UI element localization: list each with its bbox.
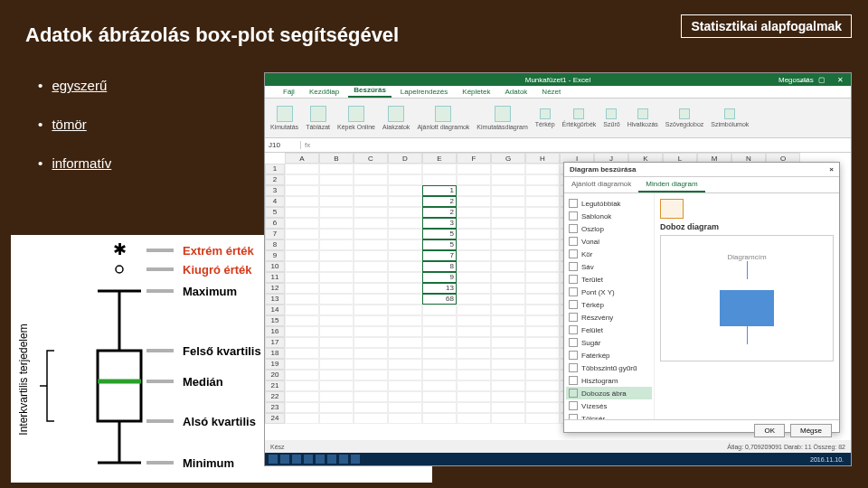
cell[interactable] <box>388 261 422 272</box>
ribbon-pivot[interactable]: Kimutatás <box>270 106 298 130</box>
col-header[interactable]: E <box>422 153 457 164</box>
row-header[interactable]: 24 <box>265 413 285 424</box>
row-header[interactable]: 8 <box>265 239 285 250</box>
cell[interactable] <box>491 380 525 391</box>
ribbon-table[interactable]: Táblázat <box>306 106 330 130</box>
chart-type-item[interactable]: Hisztogram <box>566 374 652 387</box>
cell[interactable] <box>491 305 525 315</box>
tab-data[interactable]: Adatok <box>499 86 533 98</box>
taskbar-app-icon[interactable] <box>327 455 336 464</box>
cell[interactable] <box>388 315 422 326</box>
cell[interactable] <box>319 196 354 207</box>
cell[interactable] <box>388 294 422 305</box>
cell[interactable] <box>491 218 525 229</box>
ok-button[interactable]: OK <box>754 424 785 437</box>
chart-type-item[interactable]: Legutóbbiak <box>566 197 652 210</box>
chart-type-item[interactable]: Pont (X Y) <box>566 286 652 298</box>
cell[interactable] <box>457 239 491 250</box>
cell[interactable] <box>491 185 525 196</box>
taskbar-app-icon[interactable] <box>280 455 289 464</box>
cell[interactable] <box>388 380 422 391</box>
name-box[interactable]: J10 <box>265 141 301 149</box>
cell[interactable] <box>319 326 354 337</box>
cell[interactable] <box>388 370 422 380</box>
taskbar-app-icon[interactable] <box>316 455 325 464</box>
cell[interactable] <box>525 337 560 348</box>
ribbon-text[interactable]: Szövegdoboz <box>665 108 703 127</box>
cell[interactable] <box>354 337 388 348</box>
minimize-icon[interactable]: — <box>797 76 811 84</box>
cell[interactable] <box>457 326 491 337</box>
row-header[interactable]: 10 <box>265 261 285 272</box>
row-header[interactable]: 21 <box>265 380 285 391</box>
cell[interactable] <box>319 391 354 402</box>
cell[interactable] <box>354 402 388 413</box>
cell[interactable] <box>525 391 560 402</box>
cell[interactable] <box>525 272 560 283</box>
cell[interactable] <box>319 348 354 359</box>
cell[interactable] <box>491 283 525 294</box>
cell[interactable] <box>457 250 491 261</box>
cell[interactable] <box>388 305 422 315</box>
cell[interactable] <box>354 174 388 185</box>
cell[interactable] <box>525 250 560 261</box>
cell[interactable] <box>491 272 525 283</box>
cell[interactable] <box>422 348 457 359</box>
cell[interactable] <box>319 218 354 229</box>
row-header[interactable]: 6 <box>265 218 285 229</box>
cell[interactable] <box>285 294 319 305</box>
cell[interactable] <box>319 239 354 250</box>
row-header[interactable]: 19 <box>265 359 285 370</box>
cell[interactable] <box>422 326 457 337</box>
tab-insert[interactable]: Beszúrás <box>348 84 392 98</box>
cell[interactable] <box>457 380 491 391</box>
cell[interactable] <box>319 402 354 413</box>
cell[interactable] <box>525 218 560 229</box>
cell[interactable] <box>457 391 491 402</box>
cell[interactable] <box>388 218 422 229</box>
cell[interactable] <box>525 207 560 218</box>
cell[interactable] <box>457 261 491 272</box>
maximize-icon[interactable]: ▢ <box>815 76 829 84</box>
cell[interactable] <box>491 359 525 370</box>
tab-formulas[interactable]: Képletek <box>457 86 495 98</box>
col-header[interactable]: B <box>319 153 354 164</box>
cell[interactable] <box>457 185 491 196</box>
cell[interactable] <box>491 413 525 424</box>
cell[interactable] <box>491 348 525 359</box>
cell[interactable] <box>457 413 491 424</box>
cell[interactable]: 5 <box>422 239 457 250</box>
cell[interactable] <box>285 391 319 402</box>
chart-type-item[interactable]: Részvény <box>566 311 652 324</box>
chart-type-item[interactable]: Sáv <box>566 260 652 273</box>
row-header[interactable]: 22 <box>265 391 285 402</box>
chart-subtype[interactable] <box>660 199 684 219</box>
col-header[interactable]: C <box>354 153 388 164</box>
row-header[interactable]: 11 <box>265 272 285 283</box>
ribbon-pivotchart[interactable]: Kimutatásdiagram <box>476 106 527 130</box>
cell[interactable] <box>457 294 491 305</box>
ribbon-reccharts[interactable]: Ajánlott diagramok <box>417 106 469 130</box>
cancel-button[interactable]: Mégse <box>790 424 832 437</box>
cell[interactable] <box>491 391 525 402</box>
row-header[interactable]: 2 <box>265 174 285 185</box>
cell[interactable] <box>388 196 422 207</box>
cell[interactable] <box>422 391 457 402</box>
cell[interactable] <box>491 174 525 185</box>
cell[interactable] <box>354 185 388 196</box>
ribbon-pictures[interactable]: Képek Online <box>337 106 375 130</box>
cell[interactable]: 9 <box>422 272 457 283</box>
cell[interactable] <box>457 315 491 326</box>
cell[interactable] <box>354 315 388 326</box>
cell[interactable] <box>457 305 491 315</box>
chart-type-item[interactable]: Kör <box>566 248 652 260</box>
cell[interactable] <box>354 305 388 315</box>
cell[interactable] <box>525 326 560 337</box>
tab-layout[interactable]: Lapelrendezés <box>395 86 453 98</box>
cell[interactable] <box>457 207 491 218</box>
tab-home[interactable]: Kezdőlap <box>304 86 344 98</box>
row-header[interactable]: 3 <box>265 185 285 196</box>
cell[interactable] <box>525 239 560 250</box>
cell[interactable] <box>354 413 388 424</box>
cell[interactable] <box>285 348 319 359</box>
